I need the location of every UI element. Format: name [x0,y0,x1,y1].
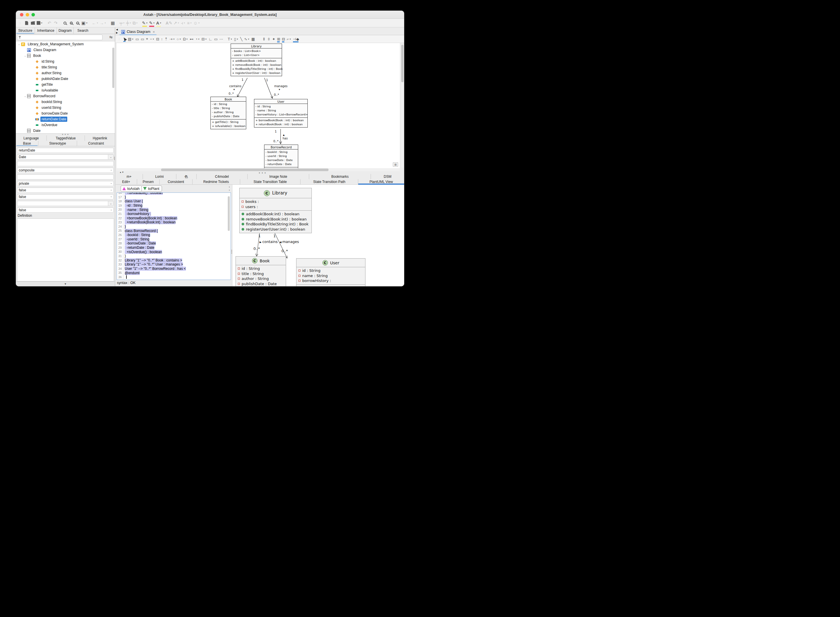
chevron-down-icon[interactable]: ⌄ [108,201,114,206]
code-line[interactable]: 19 -id : String [117,204,231,208]
code-line[interactable]: 32 Library "1" --> "0..*" Book : contain… [117,258,231,263]
note-tool-icon[interactable]: ⊟▼ [201,37,207,41]
sort-toggle-icon[interactable]: ⇆ [109,35,112,39]
chevron-down-icon[interactable]: ⌄ [110,208,112,211]
code-line[interactable]: 20 -name : String [117,208,231,212]
distribute-horizontal-icon[interactable]: ⇳ [267,37,270,41]
bottom-tab[interactable]: Image Note [248,174,309,179]
code-line[interactable]: 35 @enduml [117,271,231,275]
edge-label[interactable]: has [283,137,288,140]
tree-item[interactable]: ⌄ id:String [16,59,115,64]
property-field[interactable]: false ⌄ [17,208,114,213]
tree-item[interactable]: ⌄ Library_Book_Management_System [16,41,115,47]
tree-item[interactable]: ⌄ bookId:String [16,99,115,105]
tree-item[interactable]: ⌄ returnDate:Date [16,116,115,122]
diagram-grid-icon[interactable]: ▦ [110,20,115,26]
tree-item[interactable]: ⌄ BorrowRecord [16,93,115,99]
link-style-icon[interactable]: ⌐▼ [286,37,291,41]
bottom-tab[interactable]: Bookmarks [309,174,371,179]
align-widths-icon[interactable]: ╤▼ [120,20,125,26]
realization-tool-icon[interactable]: ◔▼ [195,37,200,41]
property-field[interactable]: false ⌄ [17,194,114,199]
undo-icon[interactable]: ↶ [47,20,52,26]
to-astah-button[interactable]: toAstah [121,186,142,192]
property-field[interactable]: false ⌄ [17,187,114,193]
property-field[interactable]: ⌄ [17,161,114,166]
expand-compartment-icon[interactable]: ⊞ [277,37,280,41]
line-tool-icon[interactable]: ╲ [240,37,242,41]
uml-class-borrowrecord[interactable]: BorrowRecord - bookId : String - userId … [264,145,298,168]
tree-item[interactable]: ⌄ isAvailable [16,87,115,93]
tree-item[interactable]: ⌄ author:String [16,70,115,76]
generalization-tool-icon[interactable]: ↑ [161,37,163,41]
collapse-compartment-icon[interactable]: ⊟ [282,37,285,41]
pane-collapse-arrows[interactable]: ◀▶ [116,28,119,35]
rectangle-tool-icon[interactable]: ▭ [214,37,218,41]
alias-edit-icon[interactable]: A✎ [166,20,172,26]
fit-to-window-icon[interactable]: ▣▼ [81,20,88,26]
panel-tab[interactable]: Stereotype [38,141,77,146]
select-tool-icon[interactable] [123,37,126,41]
panel-tab[interactable]: Hyperlink [85,135,115,141]
tree-item[interactable]: ⌄ title:String [16,64,115,70]
bottom-tab[interactable]: Consistent [159,179,192,185]
plantuml-preview-pane[interactable]: CLibrary books : users : addBook(Book:in… [232,185,404,286]
property-field[interactable]: composite ⌄ [17,168,114,173]
filter-input[interactable] [17,35,102,40]
package-tool-icon[interactable]: ▭ [135,37,139,41]
open-file-icon[interactable] [30,20,35,26]
panel-tab[interactable]: Diagram [57,27,74,34]
edge-target-multiplicity[interactable]: 0..* [273,140,279,143]
edge-source-multiplicity[interactable]: 1 [275,130,276,133]
uml-class-user[interactable]: User - id : String - name : String - bor… [254,99,308,128]
code-line[interactable]: 18 class User { [117,199,231,204]
bottom-tab[interactable]: Presen [137,179,159,185]
uml-class-library[interactable]: Library - books : List<Book> - users : L… [231,44,282,76]
uml-class-book[interactable]: Book - id : String - title : String - au… [210,97,246,129]
dependency-tool-icon[interactable]: ⇡ [165,37,168,41]
zoom-tool-icon[interactable] [62,20,68,26]
instance-tool-icon[interactable]: ○▼ [177,37,181,41]
association-tool-icon[interactable]: −▼ [150,37,154,41]
bottom-tab[interactable]: m+ [115,174,143,179]
usecase-tool-icon[interactable]: Ω▼ [183,37,188,41]
copy-style-icon[interactable]: ⧉▼ [133,20,138,26]
distribute-vertical-icon[interactable]: ⇕ [263,37,266,41]
code-line[interactable]: 22 +borrowBook(Book:int) : boolean [117,216,231,220]
tree-item[interactable]: ⌄ isOverdue [16,122,115,128]
code-line[interactable]: 27 -userId : String [117,237,231,242]
tree-item[interactable]: ⌄ borrowDate:Date [16,111,115,116]
zoom-in-icon[interactable]: + [69,20,74,26]
panel-tab[interactable]: Constraint [77,141,115,146]
property-field[interactable]: ⌄ [17,174,114,180]
edge-target-multiplicity[interactable]: 0..* [274,93,279,96]
edge-target-multiplicity[interactable]: 0..* [229,92,234,95]
property-field[interactable]: Date ⌄ [17,154,114,159]
note-anchor-tool-icon[interactable]: ∟ [209,37,213,41]
bottom-tab[interactable]: Redmine Tickets [192,179,240,185]
frame-tool-icon[interactable]: ▯▼ [234,37,238,41]
tree-item[interactable]: ⌄ publishDate:Date [16,76,115,82]
code-line[interactable]: 31 } [117,254,231,258]
panel-tab[interactable]: Base [16,141,38,146]
pin-tool-icon[interactable]: ⌖ [146,37,148,41]
image-tool-icon[interactable]: ▦ [251,37,255,41]
expand-collapse-arrows-icon[interactable]: ▲▼ [120,171,124,173]
bottom-tab[interactable]: State Transition Path [301,179,358,185]
edge-label[interactable]: manages [274,84,288,88]
chevron-down-icon[interactable]: ⌄ [110,182,112,185]
panel-tab[interactable]: Inheritance [35,27,57,34]
bottom-tab[interactable]: Lorini [143,174,176,179]
association-class-tool-icon[interactable]: ⊟ [156,37,159,41]
panel-tab[interactable]: TaggedValue [47,135,85,141]
code-line[interactable]: 33 Library "1" --> "0..*" User : manages… [117,262,231,267]
tree-expander-icon[interactable]: ⌄ [17,43,21,46]
to-plant-button[interactable]: toPlant [142,186,162,192]
highlighter-red-icon[interactable]: ✎▼ [149,20,155,26]
new-file-icon[interactable] [24,20,29,26]
connector-icon[interactable]: ↗▼ [173,20,180,26]
pane-collapse-chevrons[interactable]: ‹› [229,185,230,192]
plantuml-code-editor[interactable]: 16 +isAvailable() : boolean 17 } 18 clas… [117,192,231,280]
code-line[interactable]: 24 } [117,224,231,229]
align-center-icon[interactable]: ╪▼ [126,20,131,26]
